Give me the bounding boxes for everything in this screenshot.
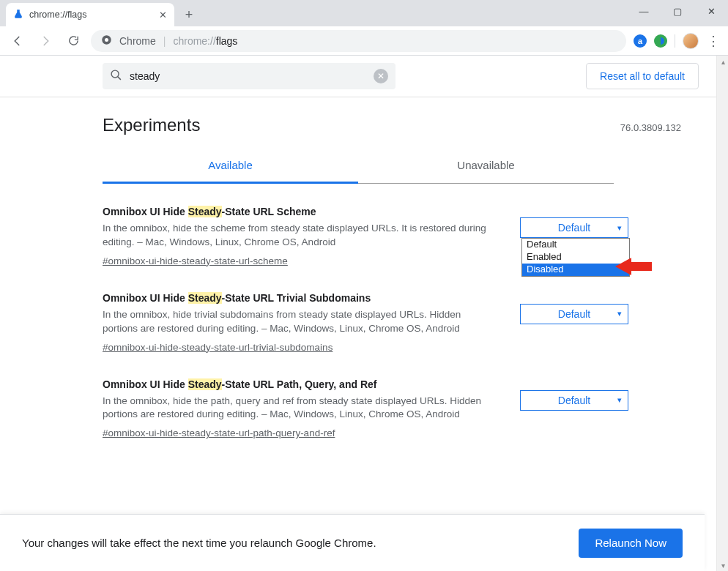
svg-line-4	[118, 76, 121, 79]
close-tab-icon[interactable]: ✕	[159, 10, 167, 20]
flag-description: In the omnibox, hide the scheme from ste…	[103, 222, 498, 250]
tab-available[interactable]: Available	[103, 149, 358, 184]
relaunch-button[interactable]: Relaunch Now	[579, 529, 683, 558]
flag-select[interactable]: Default	[520, 217, 628, 238]
search-input[interactable]	[130, 70, 366, 82]
svg-point-3	[111, 70, 119, 78]
window-minimize-button[interactable]: —	[627, 0, 661, 22]
window-maximize-button[interactable]: ▢	[661, 0, 694, 22]
flag-select[interactable]: Default	[520, 304, 628, 324]
kebab-menu-icon[interactable]: ⋮	[706, 33, 721, 49]
chrome-icon	[101, 34, 112, 48]
tab-unavailable[interactable]: Unavailable	[358, 149, 614, 183]
flag-row: Omnibox UI Hide Steady-State URL Scheme …	[103, 206, 699, 267]
address-security-label: Chrome	[119, 35, 156, 47]
annotation-arrow-icon	[615, 258, 652, 275]
extension-icon-1[interactable]: a	[634, 34, 647, 48]
page-title: Experiments	[103, 115, 200, 135]
flag-anchor-link[interactable]: #omnibox-ui-hide-steady-state-url-scheme	[103, 255, 288, 266]
relaunch-message: Your changes will take effect the next t…	[22, 537, 376, 549]
window-close-button[interactable]: ✕	[694, 0, 728, 22]
flag-anchor-link[interactable]: #omnibox-ui-hide-steady-state-url-trivia…	[103, 342, 333, 353]
flag-description: In the omnibox, hide trivial subdomains …	[103, 308, 498, 336]
browser-tab[interactable]: chrome://flags ✕	[6, 3, 174, 26]
forward-button	[35, 31, 56, 51]
tab-title: chrome://flags	[29, 10, 87, 20]
search-icon	[110, 69, 122, 84]
address-separator: |	[163, 35, 166, 47]
flag-description: In the omnibox, hide the path, query and…	[103, 395, 498, 422]
extension-icon-2[interactable]	[654, 34, 667, 48]
svg-point-1	[105, 38, 108, 42]
flag-select-dropdown[interactable]: Default Enabled Disabled	[521, 238, 630, 277]
scrollbar-up-icon[interactable]: ▴	[717, 56, 728, 67]
scrollbar-down-icon[interactable]: ▾	[717, 559, 728, 571]
reload-button[interactable]	[63, 31, 83, 51]
toolbar-separator	[675, 34, 675, 48]
flag-anchor-link[interactable]: #omnibox-ui-hide-steady-state-url-path-q…	[103, 428, 335, 438]
address-bar[interactable]: Chrome | chrome://flags	[91, 30, 626, 52]
version-label: 76.0.3809.132	[620, 122, 681, 133]
flag-row: Omnibox UI Hide Steady-State URL Path, Q…	[103, 378, 699, 440]
dropdown-option-default[interactable]: Default	[522, 239, 629, 251]
reset-all-button[interactable]: Reset all to default	[586, 63, 699, 89]
profile-avatar[interactable]	[683, 33, 699, 49]
clear-search-icon[interactable]: ✕	[374, 69, 388, 83]
scrollbar[interactable]: ▴ ▾	[716, 56, 728, 571]
flask-icon	[13, 9, 23, 21]
dropdown-option-disabled[interactable]: Disabled	[522, 264, 629, 276]
address-url: chrome://flags	[173, 35, 237, 47]
back-button[interactable]	[7, 31, 28, 51]
flag-title: Omnibox UI Hide Steady-State URL Path, Q…	[103, 378, 498, 390]
flag-title: Omnibox UI Hide Steady-State URL Scheme	[103, 206, 498, 217]
dropdown-option-enabled[interactable]: Enabled	[522, 251, 629, 264]
flag-select[interactable]: Default	[520, 390, 628, 411]
flags-search-box[interactable]: ✕	[103, 63, 395, 89]
flag-title: Omnibox UI Hide Steady-State URL Trivial…	[103, 292, 498, 304]
flag-row: Omnibox UI Hide Steady-State URL Trivial…	[103, 292, 699, 354]
new-tab-button[interactable]: +	[179, 4, 199, 25]
